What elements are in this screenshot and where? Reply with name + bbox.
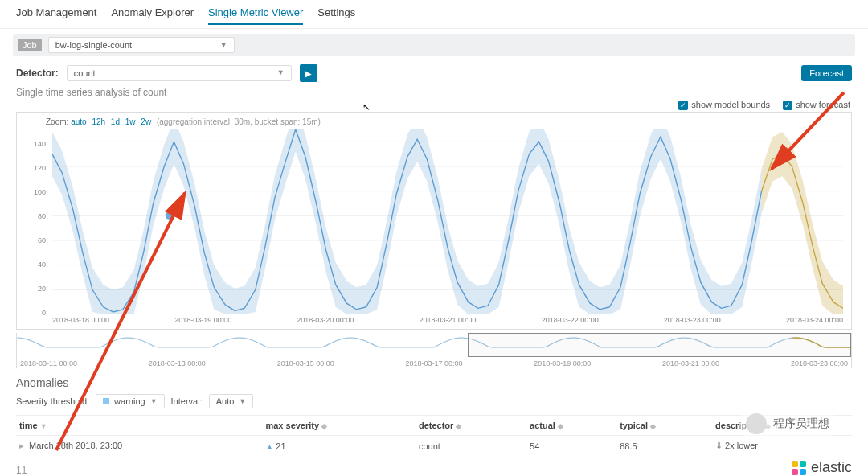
page-number: 11 (16, 465, 27, 476)
x-axis: 2018-03-18 00:002018-03-19 00:002018-03-… (52, 314, 843, 326)
svg-point-8 (165, 211, 173, 220)
col-actual[interactable]: actual◆ (526, 416, 616, 436)
severity-label: Severity threshold: (16, 396, 89, 406)
detector-select[interactable]: count ▼ (67, 65, 292, 81)
zoom-1w[interactable]: 1w (125, 117, 136, 126)
job-tag: Job (18, 39, 42, 51)
tab-job-management[interactable]: Job Management (16, 5, 96, 25)
job-select-value: bw-log-single-count (55, 40, 132, 50)
col-typical[interactable]: typical◆ (616, 416, 712, 436)
y-axis: 020406080100120140 (23, 132, 47, 313)
severity-select[interactable]: warning▼ (96, 394, 164, 408)
anomalies-table: time▼ max severity◆ detector◆ actual◆ ty… (16, 415, 852, 456)
tab-anomaly-explorer[interactable]: Anomaly Explorer (111, 5, 194, 25)
col-severity[interactable]: max severity◆ (262, 416, 416, 436)
zoom-12h[interactable]: 12h (92, 117, 105, 126)
mouse-cursor-icon: ↖ (362, 101, 371, 113)
elastic-logo-icon (792, 461, 806, 475)
job-selector-bar: Job bw-log-single-count ▼ (13, 34, 855, 56)
chart-options: ✓show model bounds ✓show forecast (0, 100, 868, 112)
zoom-auto[interactable]: auto (71, 117, 86, 126)
chevron-down-icon: ▼ (220, 41, 227, 49)
tab-settings[interactable]: Settings (317, 5, 355, 25)
watermark: 程序员理想 (739, 410, 836, 437)
zoom-2w[interactable]: 2w (141, 117, 151, 126)
watermark-avatar-icon (746, 413, 767, 434)
context-chart[interactable]: 2018-03-11 00:002018-03-13 00:002018-03-… (16, 333, 852, 368)
job-select[interactable]: bw-log-single-count ▼ (48, 37, 235, 53)
time-brush[interactable] (468, 333, 851, 357)
interval-label: Interval: (171, 396, 203, 406)
anomalies-title: Anomalies (16, 376, 852, 389)
forecast-button[interactable]: Forecast (801, 65, 852, 81)
zoom-1d[interactable]: 1d (111, 117, 120, 126)
tab-single-metric-viewer[interactable]: Single Metric Viewer (208, 5, 303, 25)
chevron-down-icon: ▼ (277, 68, 285, 78)
main-chart[interactable]: Zoom: auto 12h 1d 1w 2w (aggregation int… (16, 112, 852, 330)
interval-select[interactable]: Auto▼ (209, 394, 254, 408)
col-detector[interactable]: detector◆ (416, 416, 526, 436)
zoom-controls: Zoom: auto 12h 1d 1w 2w (aggregation int… (22, 117, 843, 126)
chart-plot-area[interactable] (52, 129, 843, 314)
detector-row: Detector: count ▼ ▶ Forecast (0, 61, 868, 84)
show-forecast-checkbox[interactable]: ✓show forecast (783, 100, 850, 110)
play-button[interactable]: ▶ (300, 64, 317, 82)
anomalies-section: Anomalies Severity threshold: warning▼ I… (0, 368, 868, 459)
tab-bar: Job Management Anomaly Explorer Single M… (0, 0, 868, 29)
col-time[interactable]: time▼ (16, 416, 262, 436)
table-row[interactable]: ▸March 18th 2018, 23:00 ▲21 count 54 88.… (16, 436, 852, 457)
brand-logo: elastic (792, 459, 852, 476)
show-bounds-checkbox[interactable]: ✓show model bounds (678, 100, 770, 110)
detector-select-value: count (74, 68, 96, 78)
detector-label: Detector: (16, 68, 59, 79)
chart-subtitle: Single time series analysis of count (0, 84, 868, 100)
